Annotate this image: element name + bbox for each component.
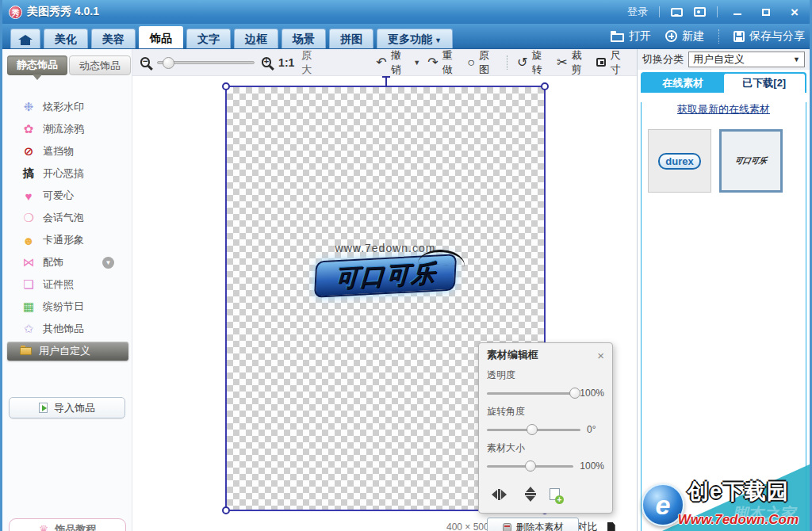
rotation-slider-knob[interactable]: [527, 424, 538, 435]
category-colorful-watermark[interactable]: ❉炫彩水印: [7, 96, 132, 118]
zoom-fit-label[interactable]: 原大: [301, 48, 320, 77]
resize-handle-top-right[interactable]: [541, 82, 549, 90]
cola-logo-text: 可口可乐: [334, 257, 437, 295]
resize-handle-bottom-left[interactable]: [222, 506, 230, 514]
chevron-down-icon[interactable]: ▼: [102, 257, 114, 269]
tab-stickers[interactable]: 饰品: [139, 26, 183, 48]
category-label: 会话气泡: [43, 211, 84, 225]
tab-beautify[interactable]: 美化: [44, 29, 88, 48]
sticker-tutorial-button[interactable]: ♛ 饰品教程: [9, 518, 126, 531]
divider: [507, 55, 508, 70]
zoom-in-icon[interactable]: +: [262, 57, 271, 67]
tab-collage[interactable]: 拼图: [329, 29, 373, 48]
close-button[interactable]: ×: [786, 5, 803, 19]
heart-icon: ♥: [21, 189, 36, 203]
rotate-handle[interactable]: [385, 78, 387, 87]
zoom-slider[interactable]: [157, 61, 254, 64]
redo-button[interactable]: ↷重做: [427, 48, 460, 77]
category-funny-spoof[interactable]: 搞开心恶搞: [7, 162, 132, 185]
zoom-out-icon[interactable]: −: [140, 57, 150, 67]
app-window: 秀 美图秀秀 4.0.1 登录 × 美化 美容 饰品 文字 边框 场景 拼图 更…: [0, 0, 812, 531]
home-tab[interactable]: [10, 29, 40, 48]
category-label: 用户自定义: [39, 344, 90, 358]
duplicate-icon[interactable]: [550, 488, 560, 500]
cola-thumb-logo: 可口可乐: [734, 155, 768, 166]
chevron-down-icon: ▼: [435, 36, 442, 44]
opacity-slider[interactable]: [487, 392, 573, 395]
category-cute-hearts[interactable]: ♥可爱心: [7, 185, 132, 207]
gallery-icon[interactable]: [694, 7, 706, 17]
minimize-button[interactable]: [729, 5, 746, 19]
original-label: 原图: [479, 48, 497, 77]
material-thumb-cola-selected[interactable]: 可口可乐: [719, 129, 783, 193]
category-cartoon-figures[interactable]: ☻卡通形象: [7, 229, 132, 251]
category-trendy-graffiti[interactable]: ✿潮流涂鸦: [7, 118, 132, 140]
category-cover-items[interactable]: ⊘遮挡物: [7, 140, 132, 162]
category-festivals[interactable]: ▦缤纷节日: [7, 296, 132, 318]
undo-icon: ↶: [376, 56, 386, 69]
tab-scenes[interactable]: 场景: [282, 29, 326, 48]
scale-slider[interactable]: [487, 465, 573, 468]
get-latest-materials-link[interactable]: 获取最新的在线素材: [642, 102, 806, 117]
flip-horizontal-icon[interactable]: [487, 489, 511, 500]
resize-handle-top-left[interactable]: [222, 82, 230, 90]
crop-button[interactable]: ✂裁剪: [557, 48, 589, 77]
tab-downloaded-materials[interactable]: 已下载[2]: [724, 74, 806, 93]
zoom-slider-knob[interactable]: [163, 57, 174, 69]
open-button[interactable]: 打开: [611, 24, 651, 48]
flip-vertical-icon[interactable]: [525, 482, 536, 506]
zoom-actual-label[interactable]: 1:1: [278, 56, 294, 69]
opacity-value: 100%: [580, 388, 604, 399]
tab-animated-stickers[interactable]: 动态饰品: [69, 55, 131, 75]
bubble-icon: ❍: [21, 211, 36, 225]
page-icon: [607, 522, 615, 531]
compare-label: 对比: [577, 520, 598, 531]
cola-logo-sticker[interactable]: 可口可乐: [314, 254, 457, 298]
dialog-close-button[interactable]: ×: [597, 350, 604, 361]
canvas-watermark-text: www.7edown.com: [335, 242, 436, 254]
redo-label: 重做: [442, 48, 461, 77]
maximize-button[interactable]: [757, 5, 775, 19]
category-accessories[interactable]: ⋈配饰▼: [7, 251, 132, 273]
opacity-slider-knob[interactable]: [569, 388, 580, 399]
rotation-slider[interactable]: [487, 429, 580, 431]
tab-online-materials[interactable]: 在线素材: [642, 74, 724, 93]
page-action-button[interactable]: [607, 522, 615, 531]
gift-icon: ▦: [21, 300, 36, 314]
divider: [717, 6, 718, 17]
dialog-title: 素材编辑框: [487, 348, 538, 362]
sticker-category-list: ❉炫彩水印 ✿潮流涂鸦 ⊘遮挡物 搞开心恶搞 ♥可爱心 ❍会话气泡 ☻卡通形象 …: [7, 96, 132, 340]
import-sticker-button[interactable]: 导入饰品: [9, 397, 125, 418]
tab-frames[interactable]: 边框: [234, 29, 278, 48]
resize-button[interactable]: 尺寸: [596, 48, 629, 77]
opacity-label: 透明度: [487, 369, 604, 382]
category-label: 配饰: [43, 255, 63, 269]
delete-sticker-button[interactable]: 删除本素材: [487, 518, 579, 531]
category-label: 炫彩水印: [43, 100, 84, 114]
original-button[interactable]: ○原图: [467, 48, 497, 77]
chevron-down-icon[interactable]: ▼: [413, 59, 420, 67]
scale-slider-knob[interactable]: [525, 460, 536, 472]
category-id-photo[interactable]: ❏证件照: [7, 273, 132, 296]
scale-label: 素材大小: [487, 441, 604, 455]
save-label: 保存与分享: [749, 29, 805, 44]
category-select[interactable]: 用户自定义 ▼: [688, 52, 805, 67]
undo-button[interactable]: ↶撤销▼: [376, 48, 420, 77]
import-icon: [39, 403, 48, 413]
category-user-custom-selected[interactable]: 用户自定义: [7, 342, 128, 361]
new-button[interactable]: 新建: [665, 24, 704, 48]
resize-icon: [596, 58, 606, 67]
tab-more[interactable]: 更多功能▼: [377, 29, 453, 48]
save-share-button[interactable]: 保存与分享: [733, 24, 805, 48]
tab-text[interactable]: 文字: [186, 29, 231, 48]
rotate-button[interactable]: ↺旋转: [517, 48, 550, 77]
material-thumb-durex[interactable]: durex: [648, 129, 711, 193]
category-speech-bubbles[interactable]: ❍会话气泡: [7, 207, 132, 229]
main-nav: 美化 美容 饰品 文字 边框 场景 拼图 更多功能▼ 打开 新建 保存与分享: [2, 24, 810, 49]
tab-retouch[interactable]: 美容: [91, 29, 136, 48]
category-other-stickers[interactable]: ✩其他饰品: [7, 318, 132, 340]
feedback-icon[interactable]: [671, 8, 683, 17]
tab-static-stickers[interactable]: 静态饰品: [7, 55, 67, 75]
shirt-icon: ❏: [21, 277, 36, 292]
login-link[interactable]: 登录: [627, 5, 648, 19]
